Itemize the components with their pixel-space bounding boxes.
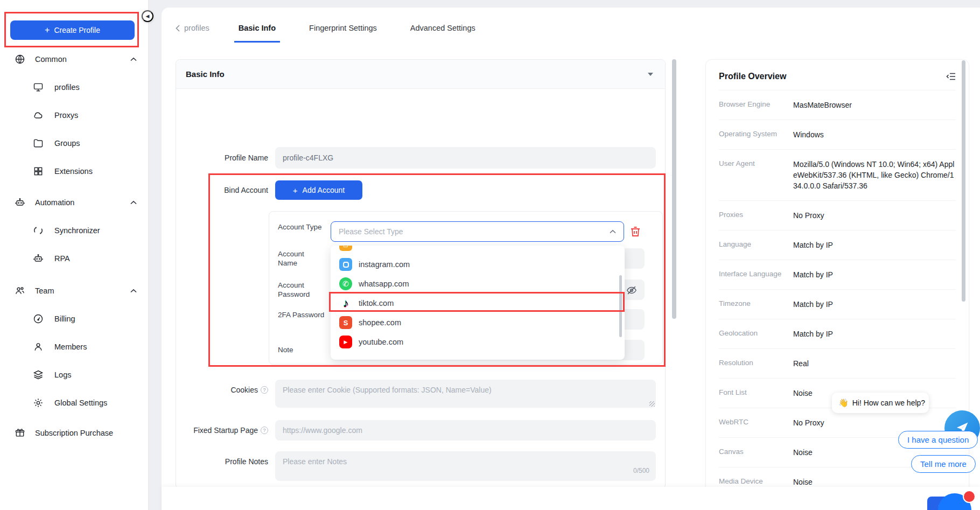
sidebar-item-members[interactable]: Members (0, 333, 149, 361)
plus-icon: + (45, 25, 50, 35)
plus-icon: + (293, 186, 298, 195)
account-type-placeholder: Please Select Type (339, 227, 403, 236)
sidebar-item-label: Members (54, 343, 87, 351)
trash-icon (629, 225, 642, 238)
sidebar-item-label: profiles (54, 83, 80, 92)
tab-fingerprint-settings[interactable]: Fingerprint Settings (305, 23, 381, 41)
help-icon[interactable]: ? (261, 386, 268, 394)
basic-info-header: Basic Info (176, 60, 665, 89)
overview-row-interface-language: Interface Language Match by IP (719, 260, 956, 290)
partial-site-icon: ◻ (339, 246, 352, 251)
collapse-caret-icon[interactable] (648, 73, 653, 76)
account-password-label: Account Password (278, 281, 325, 299)
back-to-profiles-link[interactable]: profiles (176, 23, 209, 32)
create-profile-label: Create Profile (54, 26, 100, 34)
profile-notes-textarea[interactable] (275, 451, 656, 481)
sidebar-group-automation[interactable]: Automation (0, 188, 149, 216)
wave-emoji: 👋 (838, 398, 849, 408)
sidebar-item-global-settings[interactable]: Global Settings (0, 389, 149, 417)
overview-row-browser-engine: Browser Engine MasMateBrowser (719, 90, 956, 120)
sidebar-group-label: Common (35, 55, 67, 64)
twofa-password-label: 2FA Password (278, 310, 325, 319)
sidebar-collapse-button[interactable]: ◀ (142, 10, 153, 22)
sidebar-item-label: RPA (54, 254, 70, 263)
main-content: profiles Basic Info Fingerprint Settings… (162, 8, 980, 510)
sidebar-item-extensions[interactable]: Extensions (0, 157, 149, 185)
whatsapp-icon: ✆ (339, 277, 352, 290)
profile-name-input[interactable] (275, 147, 656, 169)
sidebar: + Create Profile Common profiles Proxys (0, 0, 149, 510)
sidebar-item-label: Subscription Purchase (35, 429, 113, 437)
profile-overview-title: Profile Overview (719, 72, 786, 81)
chevron-left-icon (176, 25, 180, 32)
dropdown-option-partial: ◻ (339, 246, 352, 251)
cookies-textarea[interactable] (275, 380, 656, 408)
dropdown-option-whatsapp[interactable]: ✆ whatsapp.com (331, 274, 625, 294)
delete-account-button[interactable] (629, 225, 642, 238)
gift-icon (15, 428, 25, 438)
sidebar-item-billing[interactable]: Billing (0, 305, 149, 333)
tiktok-icon: ♪ (339, 297, 352, 310)
main-scrollbar[interactable] (672, 59, 676, 319)
cloud-icon (33, 110, 44, 121)
add-account-button[interactable]: + Add Account (275, 180, 362, 200)
sidebar-group-label: Team (35, 287, 54, 295)
sidebar-item-label: Synchronizer (54, 226, 100, 235)
robot-icon (15, 197, 25, 208)
dropdown-scrollbar[interactable] (619, 275, 622, 337)
chat-greeting-bubble: 👋 Hi! How can we help? (832, 393, 929, 413)
shopee-icon: S (339, 316, 352, 329)
globe-icon (15, 54, 25, 65)
dropdown-option-tiktok[interactable]: ♪ tiktok.com (331, 294, 625, 313)
team-icon (15, 285, 25, 296)
sidebar-group-common[interactable]: Common (0, 45, 149, 73)
sidebar-item-label: Proxys (54, 111, 78, 120)
sidebar-item-rpa[interactable]: RPA (0, 244, 149, 273)
account-type-label: Account Type (278, 222, 325, 232)
sidebar-item-proxys[interactable]: Proxys (0, 101, 149, 129)
help-icon[interactable]: ? (261, 427, 268, 434)
chevron-up-icon (130, 57, 137, 61)
dropdown-option-shopee[interactable]: S shopee.com (331, 313, 625, 332)
layers-icon (33, 369, 44, 380)
sidebar-item-label: Extensions (54, 167, 93, 176)
overview-scrollbar[interactable] (962, 60, 965, 302)
profile-name-label: Profile Name (176, 147, 268, 169)
create-profile-button[interactable]: + Create Profile (10, 20, 135, 40)
sidebar-item-subscription-purchase[interactable]: Subscription Purchase (0, 419, 149, 447)
dropdown-option-youtube[interactable]: ▶ youtube.com (331, 332, 625, 352)
youtube-icon: ▶ (339, 336, 352, 348)
sidebar-item-label: Global Settings (54, 399, 107, 407)
sync-icon (33, 225, 44, 236)
person-icon (33, 341, 44, 352)
sidebar-group-label: Automation (35, 198, 74, 207)
sidebar-group-team[interactable]: Team (0, 277, 149, 305)
robot-icon (33, 253, 44, 264)
dropdown-option-instagram[interactable]: instagram.com (331, 255, 625, 274)
account-name-label: Account Name (278, 249, 325, 268)
tabbar: profiles Basic Info Fingerprint Settings… (176, 23, 505, 43)
overview-row-resolution: Resolution Real (719, 349, 956, 379)
fixed-startup-page-input[interactable] (275, 420, 656, 441)
sidebar-item-profiles[interactable]: profiles (0, 73, 149, 101)
sidebar-item-logs[interactable]: Logs (0, 361, 149, 389)
tab-advanced-settings[interactable]: Advanced Settings (406, 23, 480, 41)
sidebar-item-groups[interactable]: Groups (0, 129, 149, 157)
gear-icon (33, 397, 44, 408)
resize-handle[interactable] (649, 401, 655, 407)
basic-info-card: Basic Info Profile Name Bind Account + A… (176, 59, 666, 489)
basic-info-title: Basic Info (186, 69, 225, 79)
chat-tellmemore-button[interactable]: Tell me more (911, 455, 976, 473)
sidebar-item-synchronizer[interactable]: Synchronizer (0, 216, 149, 244)
chat-question-button[interactable]: I have a question (898, 431, 978, 449)
cookies-label: Cookies ? (176, 380, 268, 400)
tab-basic-info[interactable]: Basic Info (234, 23, 280, 43)
sidebar-item-label: Groups (54, 139, 80, 148)
chevron-up-icon (130, 289, 137, 293)
monitor-icon (33, 82, 44, 93)
password-visibility-toggle[interactable] (626, 284, 638, 296)
notes-char-counter: 0/500 (275, 467, 649, 474)
overview-row-operating-system: Operating System Windows (719, 120, 956, 150)
account-type-select[interactable]: Please Select Type (331, 221, 624, 242)
panel-collapse-icon[interactable] (946, 72, 956, 81)
